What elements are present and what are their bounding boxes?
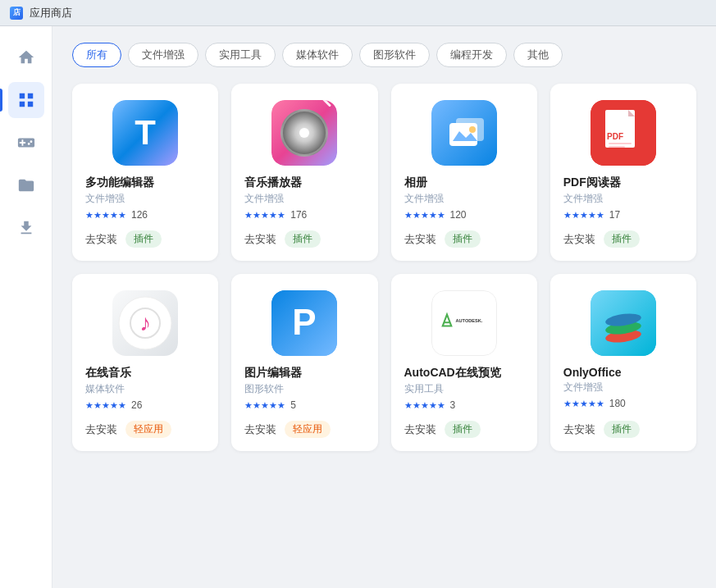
app-stars-online-music: ★★★★★ 26 [85, 399, 142, 411]
photos-svg [441, 110, 487, 156]
app-actions-pdf: 去安装 插件 [563, 230, 640, 248]
apps-icon [17, 91, 35, 109]
app-actions-editor: 去安装 插件 [85, 230, 162, 248]
home-icon [17, 48, 35, 66]
badge-button-music-player[interactable]: 插件 [285, 230, 321, 248]
badge-button-onlyoffice[interactable]: 插件 [604, 421, 640, 438]
filter-tab-tools[interactable]: 实用工具 [205, 43, 276, 67]
svg-text:AUTODESK.: AUTODESK. [455, 318, 482, 323]
stars-count-music-player: 176 [290, 209, 307, 221]
badge-button-editor[interactable]: 插件 [125, 230, 162, 248]
autocad-svg: AUTODESK. [436, 299, 493, 348]
filter-tab-all[interactable]: 所有 [72, 43, 121, 67]
app-card-pdf: PDF PDF阅读器 文件增强 ★★★★★ 17 去安装 插件 [550, 84, 696, 261]
title-bar-text: 应用商店 [30, 6, 72, 21]
app-actions-autocad: 去安装 插件 [404, 421, 481, 438]
app-card-autocad: AUTODESK. AutoCAD在线预览 实用工具 ★★★★★ 3 去安装 插… [391, 274, 537, 451]
app-name-onlyoffice: OnlyOffice [563, 366, 622, 379]
pic-editor-svg: P [271, 290, 337, 356]
svg-rect-10 [609, 146, 625, 148]
filter-tab-media[interactable]: 媒体软件 [282, 43, 353, 67]
app-icon-music-player [271, 100, 337, 166]
app-category-onlyoffice: 文件增强 [563, 381, 603, 394]
app-icon-autocad: AUTODESK. [431, 290, 497, 356]
stars-icons-music-player: ★★★★★ [244, 210, 285, 221]
app-category-online-music: 媒体软件 [85, 382, 125, 396]
stars-icons-onlyoffice: ★★★★★ [563, 399, 604, 409]
svg-text:P: P [293, 302, 317, 342]
stars-icons-editor: ★★★★★ [85, 210, 126, 221]
badge-button-photos[interactable]: 插件 [445, 230, 481, 248]
filter-tabs: 所有 文件增强 实用工具 媒体软件 图形软件 编程开发 其他 [72, 43, 696, 67]
stars-count-pdf: 17 [609, 209, 620, 221]
install-button-autocad[interactable]: 去安装 [404, 422, 436, 437]
app-icon-editor: T [112, 100, 178, 166]
filter-tab-graphics[interactable]: 图形软件 [359, 43, 430, 67]
install-button-music-player[interactable]: 去安装 [244, 232, 276, 247]
app-name-music-player: 音乐播放器 [244, 175, 302, 190]
badge-button-pdf[interactable]: 插件 [604, 230, 640, 248]
stars-icons-autocad: ★★★★★ [404, 400, 445, 411]
install-button-pdf[interactable]: 去安装 [563, 232, 595, 247]
download-icon [17, 219, 35, 237]
install-button-pic-editor[interactable]: 去安装 [244, 422, 276, 437]
badge-button-pic-editor[interactable]: 轻应用 [285, 421, 331, 438]
app-name-online-music: 在线音乐 [85, 366, 131, 381]
badge-button-autocad[interactable]: 插件 [445, 421, 481, 438]
filter-tab-file-enhance[interactable]: 文件增强 [128, 43, 198, 67]
app-icon: 店 [10, 7, 23, 20]
onlyoffice-svg [591, 290, 656, 356]
app-category-editor: 文件增强 [85, 192, 125, 206]
folder-icon [17, 176, 35, 194]
app-card-onlyoffice: OnlyOffice 文件增强 ★★★★★ 180 去安装 插件 [550, 274, 696, 451]
stars-icons-online-music: ★★★★★ [85, 400, 126, 411]
install-button-editor[interactable]: 去安装 [85, 232, 117, 247]
app-card-music-player: 音乐播放器 文件增强 ★★★★★ 176 去安装 插件 [231, 84, 377, 261]
app-name-pic-editor: 图片编辑器 [244, 366, 302, 381]
filter-tab-other[interactable]: 其他 [513, 43, 563, 67]
app-category-autocad: 实用工具 [404, 382, 444, 396]
install-button-onlyoffice[interactable]: 去安装 [563, 422, 595, 437]
stars-icons-pdf: ★★★★★ [563, 210, 604, 221]
install-button-photos[interactable]: 去安装 [404, 232, 436, 247]
app-body: 所有 文件增强 实用工具 媒体软件 图形软件 编程开发 其他 T 多功能编辑器 … [0, 26, 716, 588]
stars-count-online-music: 26 [131, 399, 142, 411]
app-category-pic-editor: 图形软件 [244, 382, 284, 396]
sidebar-item-games[interactable] [8, 125, 44, 161]
app-actions-pic-editor: 去安装 轻应用 [244, 421, 331, 438]
svg-marker-17 [442, 315, 451, 326]
app-icon-pdf: PDF [591, 100, 656, 166]
stars-count-onlyoffice: 180 [609, 398, 626, 409]
app-name-photos: 相册 [404, 175, 427, 190]
badge-button-online-music[interactable]: 轻应用 [125, 421, 171, 438]
filter-tab-dev[interactable]: 编程开发 [436, 43, 507, 67]
sidebar-item-download[interactable] [8, 210, 44, 246]
app-name-autocad: AutoCAD在线预览 [404, 366, 501, 381]
online-music-svg: ♪ [116, 294, 174, 352]
pdf-svg: PDF [591, 100, 656, 166]
install-button-online-music[interactable]: 去安装 [85, 422, 117, 437]
app-icon-online-music: ♪ [112, 290, 178, 356]
app-icon-pic-editor: P [271, 290, 337, 356]
game-icon [17, 134, 35, 152]
stars-count-photos: 120 [450, 209, 467, 221]
sidebar-item-home[interactable] [8, 39, 44, 75]
app-card-pic-editor: P 图片编辑器 图形软件 ★★★★★ 5 去安装 轻应用 [231, 274, 377, 451]
sidebar-item-files[interactable] [8, 167, 44, 203]
app-name-pdf: PDF阅读器 [563, 175, 621, 190]
title-bar: 店 应用商店 [0, 0, 716, 26]
app-stars-music-player: ★★★★★ 176 [244, 209, 307, 221]
app-icon-onlyoffice [591, 290, 656, 356]
app-card-photos: 相册 文件增强 ★★★★★ 120 去安装 插件 [391, 84, 537, 261]
app-stars-editor: ★★★★★ 126 [85, 209, 148, 221]
svg-text:♪: ♪ [139, 310, 151, 335]
app-stars-photos: ★★★★★ 120 [404, 209, 467, 221]
svg-rect-9 [609, 143, 632, 144]
stars-icons-pic-editor: ★★★★★ [244, 400, 285, 411]
app-actions-music-player: 去安装 插件 [244, 230, 321, 248]
app-name-editor: 多功能编辑器 [85, 175, 154, 190]
svg-point-3 [469, 126, 476, 133]
sidebar-item-apps[interactable] [8, 82, 44, 118]
app-stars-pdf: ★★★★★ 17 [563, 209, 620, 221]
stars-count-pic-editor: 5 [290, 399, 296, 411]
